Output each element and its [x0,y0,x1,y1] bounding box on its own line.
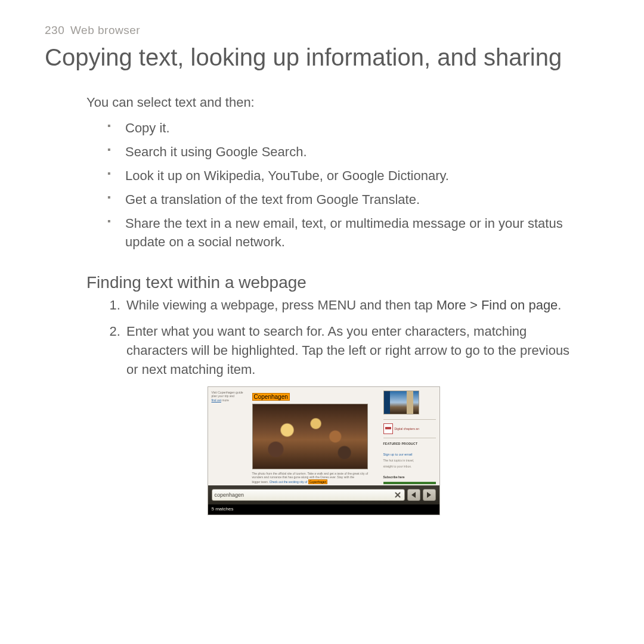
page-number: 230 [45,24,64,36]
pdf-icon [383,423,393,434]
list-item: Copy it. [107,119,578,138]
photo-caption: The photo from the official site of tour… [252,472,380,485]
page-main-column: Copenhagen The photo from the official s… [252,391,380,485]
sidebar-link[interactable]: Digital chapters an [395,427,419,431]
chevron-right-icon [427,492,431,498]
step-emphasis: More > Find on page [436,298,558,312]
section-name: Web browser [70,24,140,36]
inline-link[interactable]: find out [212,398,221,402]
capability-list: Copy it. Search it using Google Search. … [107,119,578,252]
sidebar-thumbnail [383,391,419,414]
device-frame: Visit Copenhagen guide plan your trip an… [208,386,440,516]
intro-text: You can select text and then: [86,95,602,110]
embedded-screenshot: Visit Copenhagen guide plan your trip an… [208,386,440,516]
find-match-count: 5 matches [208,504,439,515]
step-text: . [558,298,561,312]
find-highlight: Copenhagen [308,479,328,485]
find-next-button[interactable] [423,489,436,501]
find-input[interactable]: copenhagen [212,489,405,501]
sidebar-accent [383,482,436,484]
subsection-heading: Finding text within a webpage [86,273,602,292]
list-item: Search it using Google Search. [107,143,578,162]
list-item: Get a translation of the text from Googl… [107,190,578,209]
browser-viewport: Visit Copenhagen guide plan your trip an… [208,387,439,486]
sidebar-heading: FEATURED PRODUCT [383,442,436,445]
steps-list: While viewing a webpage, press MENU and … [107,296,578,379]
blurb-text: Visit Copenhagen guide plan your trip an… [212,391,249,402]
article-photo [252,404,368,469]
list-item: Look it up on Wikipedia, YouTube, or Goo… [107,166,578,185]
manual-page: 230 Web browser Copying text, looking up… [0,0,644,515]
chevron-left-icon [411,492,416,498]
step-text: While viewing a webpage, press MENU and … [126,298,436,312]
find-input-value: copenhagen [215,492,244,498]
find-prev-button[interactable] [407,489,420,501]
step-item: While viewing a webpage, press MENU and … [124,296,578,315]
page-left-column: Visit Copenhagen guide plan your trip an… [212,391,249,485]
running-header: 230 Web browser [45,24,602,37]
clear-icon[interactable] [394,491,402,499]
find-on-page-bar: copenhagen [208,485,439,504]
find-highlight: Copenhagen [252,393,290,401]
subscribe-button[interactable]: Subscribe here [383,475,436,479]
inline-link[interactable]: Check out the exciting city of [270,480,308,484]
page-right-column: Digital chapters an FEATURED PRODUCT Sig… [383,391,436,485]
sidebar-text: straight to your inbox. [383,465,436,468]
step-item: Enter what you want to search for. As yo… [124,322,578,379]
sidebar-text: The hot topics in travel, [383,459,436,462]
sidebar-link[interactable]: Sign up to our email [383,453,436,456]
list-item: Share the text in a new email, text, or … [107,214,578,252]
page-title: Copying text, looking up information, an… [45,44,602,71]
